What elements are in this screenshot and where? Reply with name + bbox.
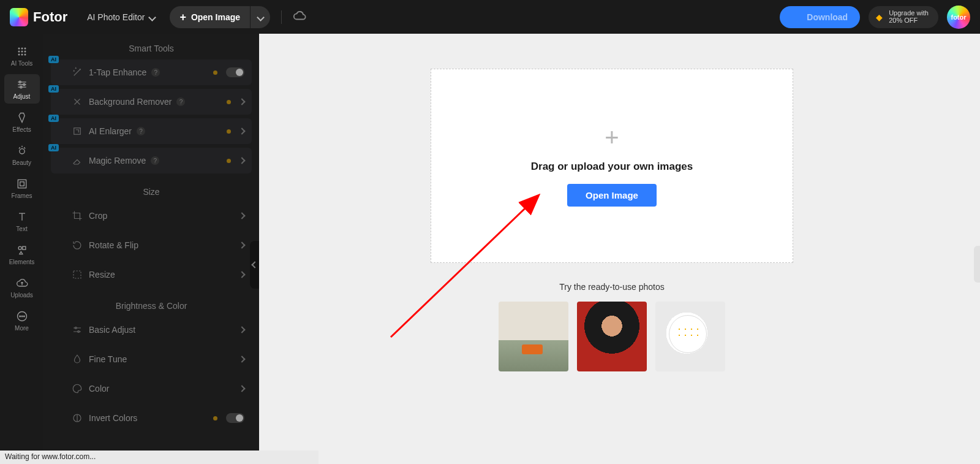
plus-icon: + [605, 125, 619, 150]
open-image-button[interactable]: + Open Image [170, 6, 250, 28]
ai-badge: AI [48, 85, 59, 93]
divider [281, 10, 282, 24]
svg-point-19 [21, 316, 23, 317]
tool-rotate[interactable]: Rotate & Flip [51, 232, 252, 258]
rail-uploads[interactable]: Uploads [4, 273, 40, 302]
crop-icon [72, 210, 83, 221]
svg-point-3 [18, 51, 20, 52]
tool-color[interactable]: Color [51, 376, 252, 401]
sample-thumb-3[interactable] [655, 302, 725, 371]
scissors-icon [72, 96, 83, 107]
help-icon[interactable]: ? [151, 68, 160, 77]
chevron-right-icon [238, 127, 245, 134]
logo[interactable]: Fotor [10, 8, 67, 26]
right-panel-expand[interactable] [974, 246, 980, 283]
open-image-dropdown[interactable] [251, 6, 270, 28]
ai-badge: AI [48, 144, 59, 151]
section-size: Size [43, 177, 259, 203]
chevron-right-icon [238, 242, 245, 248]
sliders-icon [72, 324, 83, 335]
sample-thumb-2[interactable] [577, 302, 647, 371]
rail-more[interactable]: More [4, 306, 40, 335]
invert-toggle[interactable] [226, 413, 244, 423]
premium-dot-icon [227, 129, 231, 134]
svg-rect-14 [20, 181, 24, 186]
tool-label: AI Enlarger [89, 126, 132, 136]
avatar[interactable]: fotor [947, 6, 970, 29]
tool-invert-colors[interactable]: Invert Colors [51, 405, 252, 431]
tool-ai-enlarger[interactable]: AI AI Enlarger ? [51, 118, 252, 144]
tool-1tap-enhance[interactable]: AI 1-Tap Enhance ? [51, 59, 252, 85]
svg-rect-22 [74, 271, 81, 278]
upgrade-button[interactable]: ◆ Upgrade with 20% OFF [869, 6, 938, 28]
palette-icon [72, 383, 83, 394]
svg-rect-16 [22, 246, 25, 249]
chevron-down-icon [258, 12, 263, 23]
logo-text: Fotor [33, 9, 67, 25]
chevron-right-icon [238, 326, 245, 333]
svg-point-6 [18, 54, 20, 55]
rail-elements[interactable]: Elements [4, 240, 40, 269]
rail-effects[interactable]: Effects [4, 107, 40, 137]
rail-beauty[interactable]: Beauty [4, 140, 40, 170]
drop-icon [72, 354, 83, 365]
tool-crop[interactable]: Crop [51, 203, 252, 229]
chevron-right-icon [238, 385, 245, 392]
ai-badge: AI [48, 56, 59, 63]
download-button[interactable]: Download [780, 6, 860, 28]
panel-collapse-button[interactable] [250, 241, 259, 289]
svg-rect-21 [74, 128, 81, 135]
premium-dot-icon [213, 416, 217, 420]
rail-adjust[interactable]: Adjust [4, 74, 40, 104]
help-icon[interactable]: ? [151, 156, 159, 165]
svg-point-2 [24, 48, 26, 49]
logo-icon [10, 8, 28, 26]
chevron-right-icon [238, 98, 245, 105]
tool-basic-adjust[interactable]: Basic Adjust [51, 317, 252, 343]
tool-bg-remover[interactable]: AI Background Remover ? [51, 89, 252, 115]
eraser-icon [72, 155, 83, 166]
svg-point-5 [24, 51, 26, 52]
premium-dot-icon [213, 70, 217, 75]
ai-badge: AI [48, 115, 59, 122]
cloud-sync-button[interactable] [293, 9, 306, 25]
wand-icon [72, 67, 83, 78]
drop-zone[interactable]: + Drag or upload your own images Open Im… [431, 69, 793, 263]
svg-point-8 [24, 54, 26, 55]
tool-resize[interactable]: Resize [51, 262, 252, 287]
premium-dot-icon [227, 100, 231, 104]
section-brightness-color: Brightness & Color [43, 291, 259, 317]
rail-frames[interactable]: Frames [4, 173, 40, 203]
upgrade-text: Upgrade with 20% OFF [889, 10, 929, 24]
open-image-canvas-button[interactable]: Open Image [567, 184, 657, 207]
svg-point-4 [21, 51, 23, 52]
sample-photos: Try the ready-to-use photos [431, 282, 793, 371]
help-icon[interactable]: ? [137, 127, 145, 135]
svg-rect-13 [18, 180, 26, 188]
rail-text[interactable]: Text [4, 207, 40, 236]
chevron-right-icon [238, 157, 245, 164]
svg-point-15 [18, 246, 21, 249]
svg-point-17 [17, 311, 26, 321]
tool-fine-tune[interactable]: Fine Tune [51, 346, 252, 372]
mode-label: AI Photo Editor [87, 12, 145, 22]
rail-ai-tools[interactable]: AI Tools [4, 41, 40, 70]
invert-icon [72, 413, 83, 424]
section-smart-tools: Smart Tools [43, 34, 259, 59]
sample-title: Try the ready-to-use photos [431, 282, 793, 292]
mode-dropdown[interactable]: AI Photo Editor [87, 12, 155, 22]
enhance-toggle[interactable] [226, 67, 244, 77]
app-header: Fotor AI Photo Editor + Open Image Downl… [0, 0, 980, 34]
tool-label: 1-Tap Enhance [89, 67, 146, 77]
drop-message: Drag or upload your own images [531, 161, 693, 173]
svg-point-7 [21, 54, 23, 55]
plus-icon: + [179, 12, 186, 23]
resize-icon [72, 269, 83, 280]
tool-magic-remove[interactable]: AI Magic Remove ? [51, 148, 252, 173]
premium-dot-icon [227, 159, 231, 163]
sample-thumb-1[interactable] [499, 302, 568, 371]
help-icon[interactable]: ? [176, 97, 185, 106]
status-bar: Waiting for www.fotor.com... [0, 451, 318, 464]
canvas-area: + Drag or upload your own images Open Im… [259, 34, 980, 464]
rotate-icon [72, 240, 83, 251]
